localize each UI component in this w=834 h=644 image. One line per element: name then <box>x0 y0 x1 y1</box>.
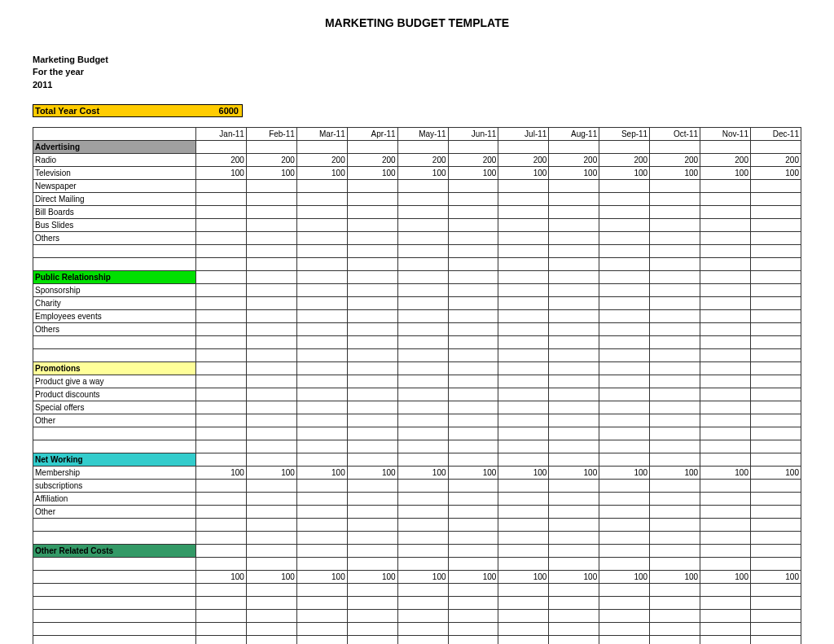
cell[interactable] <box>549 414 599 427</box>
cell[interactable]: 200 <box>347 154 397 167</box>
cell[interactable]: 100 <box>347 467 397 480</box>
cell[interactable]: 100 <box>700 467 751 480</box>
cell[interactable]: 100 <box>196 167 247 180</box>
cell[interactable] <box>700 388 751 401</box>
cell[interactable] <box>549 558 599 571</box>
cell[interactable] <box>246 180 296 193</box>
cell[interactable] <box>246 297 296 310</box>
cell[interactable] <box>397 506 448 519</box>
cell[interactable] <box>296 610 347 623</box>
cell[interactable] <box>599 623 650 636</box>
cell[interactable] <box>448 193 498 206</box>
cell[interactable] <box>397 414 448 427</box>
cell[interactable] <box>700 414 751 427</box>
cell[interactable] <box>448 414 498 427</box>
cell[interactable] <box>397 584 448 597</box>
cell[interactable] <box>750 610 801 623</box>
cell[interactable] <box>599 284 650 297</box>
cell[interactable] <box>246 414 296 427</box>
cell[interactable] <box>549 284 599 297</box>
cell[interactable] <box>700 584 751 597</box>
cell[interactable] <box>397 493 448 506</box>
cell[interactable] <box>246 206 296 219</box>
cell[interactable]: 100 <box>498 467 549 480</box>
cell[interactable]: 100 <box>296 467 347 480</box>
cell[interactable] <box>549 401 599 414</box>
cell[interactable] <box>750 597 801 610</box>
cell[interactable] <box>700 480 751 493</box>
cell[interactable] <box>397 636 448 644</box>
cell[interactable] <box>599 375 650 388</box>
cell[interactable] <box>246 388 296 401</box>
cell[interactable] <box>700 232 751 245</box>
cell[interactable] <box>750 193 801 206</box>
cell[interactable] <box>700 401 751 414</box>
cell[interactable] <box>448 323 498 336</box>
cell[interactable] <box>397 480 448 493</box>
cell[interactable] <box>650 388 700 401</box>
cell[interactable] <box>296 232 347 245</box>
cell[interactable] <box>498 323 549 336</box>
cell[interactable] <box>700 506 751 519</box>
cell[interactable]: 100 <box>700 571 751 584</box>
cell[interactable] <box>448 310 498 323</box>
cell[interactable] <box>296 597 347 610</box>
cell[interactable]: 100 <box>549 167 599 180</box>
cell[interactable] <box>599 193 650 206</box>
cell[interactable] <box>246 401 296 414</box>
cell[interactable] <box>246 375 296 388</box>
cell[interactable]: 100 <box>700 167 751 180</box>
cell[interactable] <box>750 180 801 193</box>
cell[interactable] <box>750 388 801 401</box>
cell[interactable] <box>700 180 751 193</box>
cell[interactable] <box>750 310 801 323</box>
cell[interactable] <box>498 414 549 427</box>
cell[interactable]: 200 <box>650 154 700 167</box>
cell[interactable] <box>397 297 448 310</box>
cell[interactable] <box>347 623 397 636</box>
cell[interactable] <box>347 375 397 388</box>
cell[interactable] <box>246 310 296 323</box>
cell[interactable] <box>347 401 397 414</box>
cell[interactable]: 100 <box>246 571 296 584</box>
cell[interactable] <box>498 610 549 623</box>
cell[interactable] <box>448 506 498 519</box>
cell[interactable] <box>347 219 397 232</box>
cell[interactable] <box>296 375 347 388</box>
cell[interactable] <box>650 232 700 245</box>
cell[interactable] <box>750 623 801 636</box>
cell[interactable] <box>599 219 650 232</box>
cell[interactable] <box>397 623 448 636</box>
cell[interactable] <box>296 297 347 310</box>
cell[interactable] <box>347 636 397 644</box>
cell[interactable] <box>347 310 397 323</box>
cell[interactable] <box>549 297 599 310</box>
cell[interactable] <box>296 480 347 493</box>
cell[interactable]: 200 <box>549 154 599 167</box>
cell[interactable] <box>347 493 397 506</box>
cell[interactable] <box>196 558 247 571</box>
cell[interactable] <box>549 493 599 506</box>
cell[interactable] <box>498 597 549 610</box>
cell[interactable] <box>599 584 650 597</box>
cell[interactable] <box>448 623 498 636</box>
cell[interactable]: 100 <box>750 571 801 584</box>
cell[interactable]: 100 <box>650 467 700 480</box>
cell[interactable]: 100 <box>347 571 397 584</box>
cell[interactable] <box>700 375 751 388</box>
cell[interactable] <box>347 506 397 519</box>
cell[interactable] <box>296 219 347 232</box>
cell[interactable] <box>196 414 247 427</box>
cell[interactable] <box>246 584 296 597</box>
cell[interactable]: 100 <box>549 571 599 584</box>
cell[interactable] <box>448 401 498 414</box>
cell[interactable] <box>347 180 397 193</box>
cell[interactable] <box>448 636 498 644</box>
cell[interactable] <box>196 610 247 623</box>
cell[interactable] <box>750 219 801 232</box>
cell[interactable] <box>397 219 448 232</box>
cell[interactable]: 200 <box>599 154 650 167</box>
cell[interactable] <box>196 284 247 297</box>
cell[interactable] <box>448 493 498 506</box>
cell[interactable] <box>246 232 296 245</box>
